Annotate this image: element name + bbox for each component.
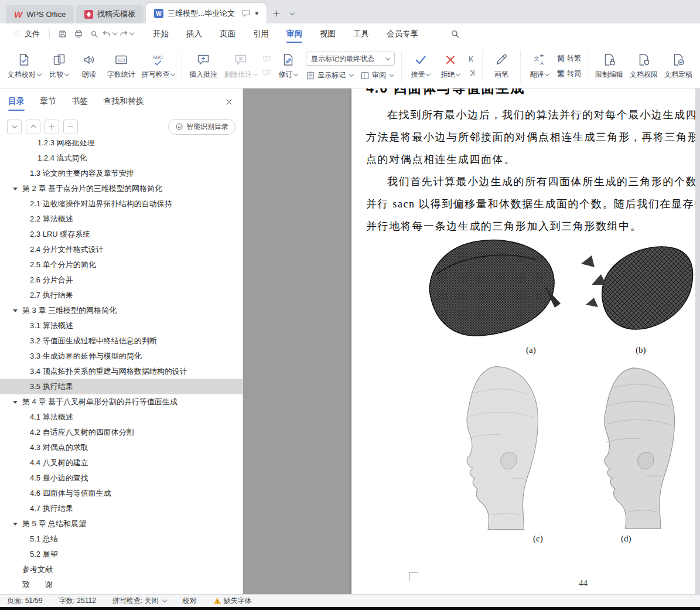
tab-wps-home[interactable]: W WPS Office (6, 5, 74, 23)
toc-item[interactable]: 4.6 四面体与等值面生成 (0, 486, 243, 501)
reject-button[interactable]: 拒绝 (436, 50, 465, 83)
toc-item[interactable]: 参考文献 (0, 562, 243, 577)
comment-bubble-icon[interactable] (241, 9, 251, 18)
document-scrollbar[interactable] (695, 88, 700, 594)
translate-button[interactable]: 文A 翻译 (525, 50, 554, 83)
toc-item[interactable]: 4.1 算法概述 (0, 410, 243, 425)
previous-change-icon[interactable] (467, 54, 476, 63)
new-tab-button[interactable] (269, 6, 284, 21)
smart-toc-button[interactable]: 智能识别目录 (168, 119, 235, 135)
show-markup-button[interactable]: 显示标记 (306, 70, 353, 80)
menu-view[interactable]: 视图 (311, 23, 344, 44)
toc-item[interactable]: 4.3 对偶点的求取 (0, 440, 243, 455)
pen-button[interactable]: 画笔 (487, 50, 516, 83)
review-pane-button[interactable]: 审阅 (360, 70, 394, 80)
chevron-down-icon[interactable] (129, 30, 134, 35)
collapse-all-button[interactable] (26, 120, 40, 134)
to-simplified-button[interactable]: 繁 转简 (557, 69, 581, 79)
menu-member[interactable]: 会员专享 (378, 23, 427, 44)
menu-reference[interactable]: 引用 (244, 23, 278, 44)
close-pane-button[interactable] (224, 97, 234, 107)
toc-item[interactable]: 5.2 展望 (0, 547, 243, 562)
restrict-edit-button[interactable]: 限制编辑 (592, 50, 626, 83)
compare-button[interactable]: 比较 (45, 50, 74, 83)
doc-proofread-button[interactable]: 文档校对 (5, 50, 44, 83)
undo-button[interactable] (102, 29, 117, 39)
search-button[interactable] (447, 26, 463, 42)
accept-button[interactable]: 接受 (406, 50, 435, 83)
pane-tab-toc[interactable]: 目录 (8, 96, 25, 107)
print-button[interactable] (70, 26, 86, 41)
tab-list-button[interactable] (284, 6, 299, 21)
toc-item[interactable]: 1.2.4 流式简化 (0, 151, 243, 166)
save-button[interactable] (54, 26, 70, 41)
toc-item[interactable]: 2.6 分片合并 (0, 272, 243, 288)
zoom-in-button[interactable] (45, 120, 59, 134)
menu-insert[interactable]: 插入 (177, 23, 211, 44)
figure-a-wireframe-mesh (413, 233, 562, 345)
track-changes-button[interactable]: 修订 (274, 50, 303, 83)
toc-item-selected[interactable]: 3.5 执行结果 (0, 379, 243, 394)
toc-item[interactable]: 3.4 顶点拓扑关系的重建与网格数据结构的设计 (0, 364, 243, 379)
pane-tab-bookmarks[interactable]: 书签 (71, 96, 88, 107)
toc-item[interactable]: 2.4 分片文件格式设计 (0, 242, 243, 257)
next-change-icon[interactable] (467, 69, 476, 77)
redo-button[interactable] (119, 29, 134, 39)
pane-tab-sections[interactable]: 章节 (40, 96, 56, 107)
toc-item[interactable]: 4.2 自适应八叉树的四面体分割 (0, 425, 243, 440)
previous-comment-icon[interactable] (262, 54, 271, 63)
toc-item-chapter[interactable]: 第 4 章 基于八叉树单形分割的并行等值面生成 (0, 394, 243, 410)
markup-state-combobox[interactable]: 显示标记的最终状态 (306, 52, 395, 66)
toc-item[interactable]: 2.2 算法概述 (0, 212, 243, 227)
toc-item[interactable]: 1.2.3 网格批处理 (0, 140, 243, 151)
expand-all-button[interactable] (7, 120, 22, 134)
collapse-arrow-icon[interactable] (13, 401, 18, 404)
doc-finalize-button[interactable]: 文档定稿 (661, 50, 695, 83)
spell-check-button[interactable]: ABC 拼写检查 (139, 50, 178, 83)
toc-item-chapter[interactable]: 第 2 章 基于点分片的三维模型的网格简化 (0, 181, 243, 196)
toc-item[interactable]: 致 谢 (0, 577, 243, 592)
toc-item[interactable]: 2.3 LRU 缓存系统 (0, 227, 243, 242)
toc-item[interactable]: 3.1 算法概述 (0, 318, 243, 333)
chevron-down-icon[interactable] (112, 30, 117, 35)
tab-template-doc[interactable]: 找稿壳模板 (76, 5, 144, 23)
spellcheck-indicator[interactable]: 拼写检查: 关闭 (112, 596, 166, 606)
collapse-arrow-icon[interactable] (13, 523, 18, 526)
collapse-arrow-icon[interactable] (13, 188, 18, 190)
menu-tools[interactable]: 工具 (344, 23, 378, 44)
toc-item[interactable]: 3.2 等值面生成过程中终结信息的判断 (0, 333, 243, 349)
next-comment-icon[interactable] (262, 69, 271, 77)
toc-item-chapter[interactable]: 第 5 章 总结和展望 (0, 516, 243, 531)
missing-font-warning[interactable]: 缺失字体 (213, 596, 252, 606)
document-page[interactable]: 4.6 四面体与等值面生成 在找到所有最小边后，我们的算法并行的对每个最小边生成… (351, 88, 696, 594)
toc-item[interactable]: 4.7 执行结果 (0, 501, 243, 516)
doc-permission-button[interactable]: 文档权限 (627, 50, 661, 83)
toc-item[interactable]: 4.5 最小边的查找 (0, 471, 243, 486)
pane-tab-find-replace[interactable]: 查找和替换 (103, 96, 144, 107)
word-count-button[interactable]: 123 字数统计 (104, 50, 138, 83)
proofread-indicator[interactable]: 校对 (183, 596, 197, 606)
toc-item[interactable]: 4.4 八叉树的建立 (0, 455, 243, 471)
collapse-arrow-icon[interactable] (13, 309, 18, 312)
menu-page[interactable]: 页面 (211, 23, 244, 44)
toc-item[interactable]: 3.3 生成边界的延伸与模型的简化 (0, 349, 243, 364)
file-menu-button[interactable]: 文件 (7, 26, 45, 42)
document-canvas[interactable]: 4.6 四面体与等值面生成 在找到所有最小边后，我们的算法并行的对每个最小边生成… (244, 88, 700, 594)
toc-item[interactable]: 2.1 边收缩操作对边界拓扑结构的自动保持 (0, 196, 243, 212)
toc-item[interactable]: 5.1 总结 (0, 531, 243, 547)
delete-comment-button[interactable]: 删除批注 (221, 50, 260, 83)
to-traditional-button[interactable]: 简 转繁 (557, 53, 581, 63)
menu-home[interactable]: 开始 (144, 23, 177, 44)
toc-item[interactable]: 2.7 执行结果 (0, 288, 243, 303)
toc-item[interactable]: 1.3 论文的主要内容及章节安排 (0, 166, 243, 181)
menu-review[interactable]: 审阅 (278, 23, 311, 44)
toc-item-chapter[interactable]: 第 3 章 三维模型的网格简化 (0, 303, 243, 318)
insert-comment-button[interactable]: 插入批注 (186, 50, 220, 83)
word-count-indicator[interactable]: 字数: 25112 (59, 596, 96, 606)
toc-item[interactable]: 2.5 单个分片的简化 (0, 257, 243, 272)
zoom-out-button[interactable] (63, 120, 78, 134)
read-aloud-button[interactable]: 朗读 (74, 50, 104, 83)
page-indicator[interactable]: 页面: 51/59 (7, 596, 43, 606)
tab-thesis-doc[interactable]: W 三维模型...毕业论文 (146, 3, 267, 23)
print-preview-button[interactable] (86, 26, 102, 41)
